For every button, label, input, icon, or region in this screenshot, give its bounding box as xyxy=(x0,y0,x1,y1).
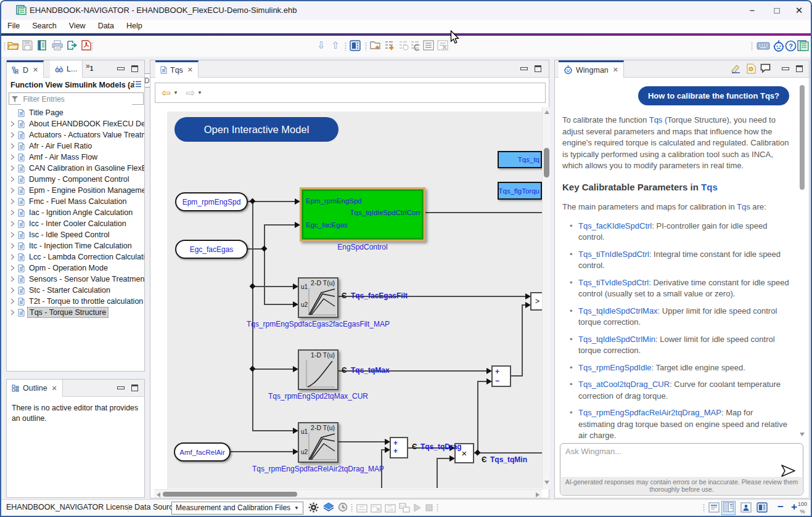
chevron-right-icon[interactable] xyxy=(10,143,18,149)
menu-item[interactable]: File xyxy=(1,20,26,32)
chevron-right-icon[interactable] xyxy=(10,254,18,260)
block-switch[interactable]: > xyxy=(530,292,542,311)
scroll-up-icon[interactable] xyxy=(544,110,549,114)
block-sum2[interactable]: + − xyxy=(491,365,511,387)
input-port-epm[interactable]: Epm_rpmEngSpd xyxy=(175,192,248,211)
tree-item[interactable]: Dummy - Component Control xyxy=(7,174,144,185)
chevron-right-icon[interactable] xyxy=(10,154,18,160)
chevron-right-icon[interactable] xyxy=(10,165,18,171)
chat-input-box[interactable]: AI-generated responses may contain error… xyxy=(560,443,803,495)
history-clock-icon[interactable] xyxy=(338,502,348,514)
tree-item[interactable]: Tqs - Torque Structure xyxy=(7,307,144,318)
help-icon[interactable]: ? xyxy=(785,40,797,52)
list-clear-icon[interactable] xyxy=(437,40,449,52)
function-link[interactable]: Tqs xyxy=(701,182,718,192)
tree-item[interactable]: Fmc - Fuel Mass Calculation xyxy=(7,196,144,207)
clear-chat-icon[interactable] xyxy=(731,63,741,76)
wingman-icon[interactable] xyxy=(773,40,785,52)
tree-item[interactable]: T2t - Torque to throttle calculation xyxy=(7,296,144,307)
block-engspdcontrol[interactable]: Epm_rpmEngSpd Egc_facEgas Tqs_tqIdleSpdC… xyxy=(300,187,425,242)
chevron-right-icon[interactable] xyxy=(10,176,18,182)
close-icon[interactable]: ✕ xyxy=(33,66,38,74)
block-sum1[interactable]: + + xyxy=(390,437,408,458)
chevron-right-icon[interactable] xyxy=(10,210,18,216)
chevron-right-icon[interactable] xyxy=(10,132,18,138)
maximize-button[interactable]: □ xyxy=(768,3,786,18)
menu-item[interactable]: Help xyxy=(120,20,149,32)
parameter-link[interactable]: Tqs_atCool2tqDrag_CUR xyxy=(578,380,670,389)
chevron-right-icon[interactable] xyxy=(10,265,18,271)
parameter-link[interactable]: Tqs_tiTnIdleSpdCtrl xyxy=(578,250,649,259)
chevron-right-icon[interactable] xyxy=(10,287,18,293)
feedback-icon[interactable] xyxy=(760,63,771,76)
close-icon[interactable]: ✕ xyxy=(613,66,618,74)
chevron-right-icon[interactable] xyxy=(10,221,18,227)
maximize-panel-icon[interactable] xyxy=(131,385,138,391)
block-map2[interactable]: 2-D T(u) u1 u2 xyxy=(298,422,338,463)
list-view-icon[interactable] xyxy=(423,40,435,52)
tab-search-results[interactable]: L... xyxy=(50,60,83,78)
view-single-icon[interactable] xyxy=(708,502,720,515)
script-icon[interactable] xyxy=(747,63,756,76)
parameter-link[interactable]: Tqs_tiTvIdleSpdCtrl xyxy=(578,278,649,287)
filter-box[interactable] xyxy=(9,92,144,105)
scroll-left-icon[interactable] xyxy=(157,492,160,497)
view-profile-icon[interactable] xyxy=(740,502,752,515)
scroll-down-icon[interactable] xyxy=(800,433,805,436)
view-menu-icon[interactable] xyxy=(133,79,142,91)
vertical-scrollbar[interactable] xyxy=(542,107,550,489)
back-icon[interactable]: ⇦ xyxy=(162,88,171,99)
block-tqs-flgtorq[interactable]: Tqs_flgTorqu xyxy=(498,182,542,200)
close-icon[interactable]: ✕ xyxy=(52,385,57,393)
tree-item[interactable]: Epm - Engine Position Managemen xyxy=(7,185,144,196)
parameter-link[interactable]: Tqs_rpmEngSpdIdle xyxy=(578,363,652,372)
minimize-panel-icon[interactable] xyxy=(117,386,125,389)
config-c-icon[interactable] xyxy=(409,40,422,52)
function-link[interactable]: Tqs xyxy=(649,115,663,124)
scroll-right-icon[interactable] xyxy=(536,492,539,497)
chevron-right-icon[interactable] xyxy=(10,276,18,282)
tab-overflow[interactable]: »1 xyxy=(86,62,93,70)
block-cur1[interactable]: 1-D T(u) xyxy=(298,349,338,390)
tree-item[interactable]: Amf - Air Mass Flow xyxy=(7,152,144,163)
forward-history-icon[interactable]: ▼ xyxy=(197,90,202,96)
handbook-icon[interactable] xyxy=(37,40,49,52)
content-view-icon[interactable] xyxy=(350,40,362,52)
input-port-egc[interactable]: Egc_facEgas xyxy=(175,240,248,259)
tab-directory[interactable]: D ✕ xyxy=(7,60,44,78)
parameter-link[interactable]: Tqs_tqIdleSpdCtrlMin xyxy=(578,335,655,344)
keyboard-icon[interactable] xyxy=(757,40,769,52)
add-folder-icon[interactable] xyxy=(370,40,382,52)
parameter-link[interactable]: Tqs_tqIdleSpdCtrlMax xyxy=(578,306,658,315)
tree-item[interactable]: About EHANDBOOK FlexECU Demo xyxy=(7,118,144,129)
config-n-icon[interactable] xyxy=(398,40,410,52)
view-book-icon[interactable] xyxy=(757,502,768,515)
forward-icon[interactable]: ⇨ xyxy=(186,88,195,99)
chevron-right-icon[interactable] xyxy=(10,298,18,304)
tab-outline[interactable]: Outline ✕ xyxy=(7,380,63,397)
block-map1[interactable]: 2-D T(u) u1 u2 xyxy=(298,277,338,318)
chevron-right-icon[interactable] xyxy=(10,198,18,205)
close-button[interactable]: ✕ xyxy=(790,3,808,18)
chat-scrollbar[interactable] xyxy=(798,80,806,438)
chevron-right-icon[interactable] xyxy=(10,232,18,238)
search-prev-icon[interactable]: ⇧ xyxy=(331,39,339,51)
open-file-icon[interactable] xyxy=(7,40,20,52)
data-layers-icon[interactable] xyxy=(323,502,334,515)
minimize-button[interactable]: − xyxy=(743,3,761,18)
tab-tqs[interactable]: Tqs ✕ xyxy=(155,60,199,78)
add-config-icon[interactable] xyxy=(383,40,396,52)
view-split-icon[interactable] xyxy=(721,501,736,515)
maximize-panel-icon[interactable] xyxy=(535,65,541,72)
tree-item[interactable]: Opm - Operation Mode xyxy=(7,263,144,274)
menu-item[interactable]: Data xyxy=(92,20,120,32)
menu-item[interactable]: Search xyxy=(26,20,63,32)
parameter-link[interactable]: Tqs_facKIdleSpdCtrl xyxy=(578,221,652,230)
input-port-amf[interactable]: Amf_facRelAir xyxy=(174,442,231,462)
maximize-panel-icon[interactable] xyxy=(796,65,803,72)
scrollbar-thumb[interactable] xyxy=(544,148,549,177)
search-next-icon[interactable]: ⇩ xyxy=(317,39,325,51)
horizontal-scrollbar[interactable] xyxy=(154,489,542,498)
scrollbar-thumb[interactable] xyxy=(800,85,805,190)
maximize-panel-icon[interactable] xyxy=(131,65,138,72)
